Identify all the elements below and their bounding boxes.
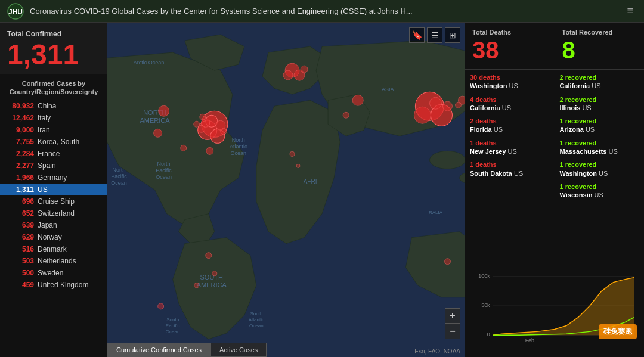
- svg-point-34: [198, 125, 205, 132]
- svg-text:Pacific: Pacific: [166, 323, 180, 328]
- svg-text:Arctic Ocean: Arctic Ocean: [134, 60, 165, 66]
- grid-view-button[interactable]: ⊞: [445, 27, 460, 43]
- sidebar: Total Confirmed 1,311 Confirmed Cases by…: [0, 23, 107, 357]
- country-count: 639: [7, 221, 34, 229]
- svg-text:ASIA: ASIA: [382, 86, 394, 92]
- death-location: California US: [470, 104, 550, 112]
- svg-point-61: [343, 112, 349, 118]
- svg-text:Ocean: Ocean: [249, 323, 264, 328]
- svg-text:Pacific: Pacific: [111, 173, 127, 179]
- country-name: Korea, South: [38, 138, 79, 146]
- svg-text:North: North: [112, 167, 125, 173]
- svg-text:Ocean: Ocean: [166, 329, 180, 334]
- list-item[interactable]: 12,462 Italy: [0, 112, 107, 124]
- svg-point-3: [429, 151, 465, 169]
- country-count: 2,284: [7, 150, 34, 158]
- zoom-in-button[interactable]: +: [445, 308, 460, 324]
- deaths-number: 38: [472, 37, 547, 63]
- list-item[interactable]: 696 Cruise Ship: [0, 195, 107, 207]
- country-count: 7,755: [7, 138, 34, 146]
- list-item[interactable]: 629 Norway: [0, 231, 107, 243]
- recovered-count: 2 recovered: [560, 95, 640, 104]
- svg-point-37: [154, 129, 162, 137]
- list-item[interactable]: 516 Denmark: [0, 243, 107, 255]
- stats-row: Total Deaths 38 Total Recovered 8: [465, 23, 644, 70]
- deaths-list: 30 deaths Washington US 4 deaths Califor…: [465, 70, 555, 262]
- svg-point-59: [290, 151, 295, 156]
- menu-icon[interactable]: ≡: [623, 5, 637, 17]
- app-header: JHU Coronavirus COVID-19 Global Cases by…: [0, 0, 644, 23]
- country-name: Denmark: [38, 245, 67, 253]
- list-view-button[interactable]: ☰: [427, 27, 442, 43]
- country-count: 516: [7, 245, 34, 253]
- recovered-location: California US: [560, 82, 640, 90]
- svg-point-40: [200, 114, 206, 120]
- svg-text:AMERICA: AMERICA: [197, 281, 227, 288]
- list-item[interactable]: 500 Sweden: [0, 267, 107, 279]
- country-name: US: [38, 185, 48, 194]
- svg-point-35: [221, 128, 227, 134]
- list-item[interactable]: 80,932 China: [0, 100, 107, 112]
- zoom-out-button[interactable]: −: [445, 324, 460, 339]
- list-item[interactable]: 1,966 Germany: [0, 172, 107, 184]
- svg-text:100k: 100k: [478, 273, 490, 279]
- country-name: Norway: [38, 233, 62, 241]
- recovered-list: 2 recovered California US 2 recovered Il…: [555, 70, 645, 262]
- tab-cumulative[interactable]: Cumulative Confirmed Cases: [107, 343, 210, 357]
- detail-item: 1 recovered Massachusetts US: [560, 139, 640, 156]
- list-item[interactable]: 7,755 Korea, South: [0, 136, 107, 148]
- svg-point-38: [206, 147, 213, 154]
- list-item[interactable]: 1,311 US: [0, 184, 107, 195]
- detail-item: 1 recovered Arizona US: [560, 117, 640, 134]
- svg-point-57: [158, 303, 164, 309]
- right-panel: Total Deaths 38 Total Recovered 8 30 dea…: [465, 23, 644, 357]
- svg-point-44: [414, 107, 431, 123]
- svg-point-45: [429, 97, 441, 109]
- list-header: Confirmed Cases by Country/Region/Sovere…: [0, 74, 107, 100]
- country-count: 503: [7, 257, 34, 265]
- country-count: 500: [7, 269, 34, 277]
- list-item[interactable]: 2,284 France: [0, 148, 107, 160]
- country-name: Spain: [38, 162, 56, 170]
- country-name: Iran: [38, 126, 50, 134]
- country-name: Italy: [38, 114, 51, 122]
- svg-point-58: [444, 259, 450, 265]
- list-item[interactable]: 503 Netherlands: [0, 255, 107, 267]
- map-toolbar: 🔖 ☰ ⊞: [409, 27, 460, 43]
- country-count: 12,462: [7, 114, 34, 122]
- detail-item: 30 deaths Washington US: [470, 73, 550, 91]
- list-item[interactable]: 2,277 Spain: [0, 160, 107, 172]
- svg-text:SOUTH: SOUTH: [200, 274, 224, 281]
- bookmark-button[interactable]: 🔖: [409, 27, 425, 43]
- zoom-controls: + −: [445, 308, 460, 339]
- country-name: France: [38, 150, 60, 158]
- svg-text:50k: 50k: [481, 302, 490, 308]
- deaths-label: Total Deaths: [472, 29, 547, 36]
- recovered-count: 1 recovered: [560, 139, 640, 147]
- svg-point-49: [283, 70, 293, 80]
- svg-point-36: [159, 105, 169, 116]
- country-name: Germany: [38, 173, 67, 182]
- country-count: 9,000: [7, 126, 34, 134]
- death-count: 30 deaths: [470, 73, 550, 82]
- svg-text:AFRI: AFRI: [304, 178, 317, 185]
- country-count: 1,966: [7, 173, 34, 182]
- svg-point-51: [352, 95, 363, 105]
- svg-point-56: [194, 283, 199, 288]
- list-item[interactable]: 652 Switzerland: [0, 207, 107, 219]
- svg-text:JHU: JHU: [8, 8, 23, 16]
- list-item[interactable]: 459 United Kingdom: [0, 279, 107, 291]
- list-item[interactable]: 639 Japan: [0, 219, 107, 231]
- recovered-count: 1 recovered: [560, 182, 640, 191]
- map-container: NORTH AMERICA North Pacific Ocean North …: [107, 23, 465, 357]
- country-name: Switzerland: [38, 209, 75, 218]
- list-item[interactable]: 9,000 Iran: [0, 124, 107, 136]
- detail-panel: 30 deaths Washington US 4 deaths Califor…: [465, 70, 644, 262]
- total-confirmed-number: 1,311: [7, 41, 100, 69]
- country-count: 696: [7, 197, 34, 206]
- svg-text:Ocean: Ocean: [111, 180, 127, 186]
- tab-active[interactable]: Active Cases: [210, 343, 267, 357]
- death-count: 4 deaths: [470, 95, 550, 104]
- svg-point-54: [206, 253, 212, 259]
- recovered-label: Total Recovered: [562, 29, 637, 36]
